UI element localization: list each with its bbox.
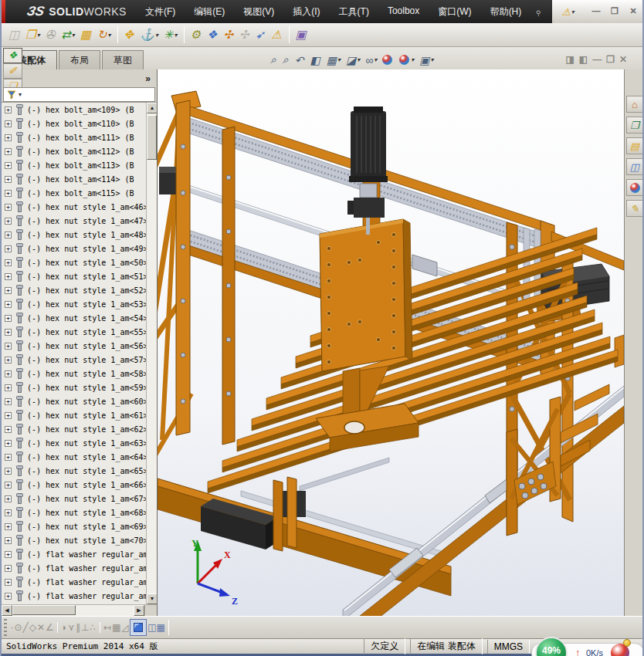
scroll-left-button[interactable]: ◀ <box>2 605 12 616</box>
tree-row[interactable]: + (-) hex nut style 1_am<60> (B <box>2 394 147 408</box>
expand-icon[interactable]: + <box>5 468 12 475</box>
tree-row[interactable]: + (-) hex nut style 1_am<61> (B <box>2 408 147 422</box>
snap-line-icon[interactable]: ╱ <box>23 622 29 633</box>
exploded-view-icon[interactable]: ✣ <box>221 26 236 43</box>
tree-row[interactable]: + (-) flat washer regular_am< <box>2 547 147 561</box>
open-part-icon[interactable]: ❒▾ <box>23 26 42 43</box>
zoom-area-icon[interactable]: ⌕ <box>281 52 291 67</box>
featuremanager-tab[interactable]: ❖ <box>3 48 22 63</box>
separator[interactable] <box>100 622 100 633</box>
view-orientation-icon[interactable]: ▦▾ <box>325 53 342 67</box>
expand-icon[interactable]: + <box>5 232 12 238</box>
viewport-single-icon[interactable]: ◫ <box>147 622 156 633</box>
hide-show-items-icon[interactable]: ∞▾ <box>364 53 378 67</box>
task-home-icon[interactable]: ⌂ <box>626 96 644 113</box>
move-component-icon[interactable]: ✥ <box>122 26 137 43</box>
restore-button[interactable]: ❐ <box>607 5 622 18</box>
tree-row[interactable]: + (-) hex nut style 1_am<64> (B <box>2 450 147 464</box>
rotate-component-icon[interactable]: ↻▾ <box>95 26 114 43</box>
angle-snap-icon[interactable]: ◿ <box>121 622 128 633</box>
tree-row[interactable]: + (-) hex nut style 1_am<54> (B <box>2 311 147 325</box>
expand-icon[interactable]: + <box>5 593 12 600</box>
menu-item[interactable]: 窗口(W) <box>430 2 479 22</box>
tree-row[interactable]: + (-) hex nut style 1_am<55> (B <box>2 325 147 339</box>
tree-row[interactable]: + (-) hex nut style 1_am<62> (B <box>2 422 147 436</box>
toolbar-grip[interactable] <box>4 619 7 636</box>
expand-icon[interactable]: + <box>5 134 12 141</box>
section-view-icon[interactable]: ◧ <box>308 53 322 67</box>
expand-icon[interactable]: + <box>5 218 12 225</box>
separator[interactable] <box>289 26 290 43</box>
tree-vertical-scrollbar[interactable]: ▲ ▼ <box>146 103 157 604</box>
snap-perpendicular-icon[interactable]: ⊥ <box>81 622 89 633</box>
view-settings-icon[interactable]: ▣▾ <box>418 53 435 67</box>
expand-icon[interactable]: + <box>5 412 12 419</box>
viewport-grid-icon[interactable]: ▦ <box>156 622 164 633</box>
expand-icon[interactable]: + <box>5 245 12 252</box>
tree-row[interactable]: + (-) hex bolt_am<114> (B <box>2 172 147 186</box>
separator[interactable] <box>117 26 118 43</box>
panel-expand-chevron[interactable]: » <box>145 73 155 84</box>
overlay-app-icon[interactable] <box>611 644 629 656</box>
expand-icon[interactable]: + <box>5 523 12 530</box>
tree-row[interactable]: + (-) hex nut style 1_am<52> (B <box>2 283 147 297</box>
expand-icon[interactable]: + <box>5 259 12 266</box>
tree-row[interactable]: + (-) flat washer regular_am< <box>2 561 147 575</box>
tree-horizontal-scrollbar[interactable]: ◀ ▶ <box>2 604 157 616</box>
new-window-icon[interactable]: ❖ <box>205 26 220 43</box>
scroll-right-button[interactable]: ▶ <box>134 605 144 616</box>
attach-icon[interactable]: ✇ <box>43 26 59 43</box>
tree-row[interactable]: + (-) hex nut style 1_am<50> (B <box>2 255 147 269</box>
expand-icon[interactable]: + <box>5 426 12 433</box>
expand-icon[interactable]: + <box>5 315 12 322</box>
tree-row[interactable]: + (-) flat washer regular_am< <box>2 575 147 589</box>
tab-sketch[interactable]: 草图 <box>102 50 144 69</box>
menu-item[interactable]: 帮助(H) <box>483 2 530 22</box>
doc-minimize-icon[interactable]: — <box>592 54 602 65</box>
graphics-viewport[interactable]: Y X Z <box>158 69 624 616</box>
tree-row[interactable]: + (-) hex nut style 1_am<63> (B <box>2 436 147 450</box>
zoom-fit-icon[interactable]: ⌕ <box>269 52 279 67</box>
options-icon[interactable]: ⚠▾ <box>558 4 578 20</box>
expand-icon[interactable]: + <box>5 509 12 516</box>
snap-polygon-icon[interactable]: ◇ <box>29 622 36 633</box>
tree-row[interactable]: + (-) hex bolt_am<110> (B <box>2 117 147 130</box>
pane-left-icon[interactable]: ◨ <box>565 54 574 65</box>
expand-icon[interactable]: + <box>5 162 12 169</box>
apply-scene-icon[interactable]: ▾ <box>398 54 415 66</box>
expand-icon[interactable]: + <box>5 454 12 461</box>
expand-icon[interactable]: + <box>5 482 12 489</box>
expand-icon[interactable]: + <box>5 329 12 336</box>
edit-appearance-icon[interactable] <box>381 54 395 66</box>
assembly-model[interactable]: Y X Z <box>158 69 624 616</box>
image-icon[interactable]: ▣ <box>293 26 310 43</box>
expand-icon[interactable]: + <box>5 176 12 183</box>
speed-overlay-widget[interactable]: 49% ↑ 0K/s <box>531 643 644 656</box>
assembly-features-icon[interactable]: ⚙ <box>188 26 204 43</box>
units-button[interactable]: MMGS <box>487 640 530 654</box>
expand-icon[interactable]: + <box>5 343 12 350</box>
expand-icon[interactable]: + <box>5 204 12 211</box>
scroll-up-button[interactable]: ▲ <box>147 103 157 113</box>
tree-row[interactable]: + (-) hex bolt_am<112> (B <box>2 144 147 158</box>
scroll-thumb[interactable] <box>147 115 157 160</box>
expand-icon[interactable]: + <box>5 301 12 308</box>
expand-icon[interactable]: + <box>5 565 12 572</box>
snap-tangent-icon[interactable]: ◗ <box>62 622 67 633</box>
expand-icon[interactable]: + <box>5 440 12 447</box>
tree-row[interactable]: + (-) hex nut style 1_am<69> (B <box>2 519 147 533</box>
scroll-thumb[interactable] <box>12 605 76 615</box>
smart-fastener-icon[interactable]: ✳▾ <box>161 26 180 43</box>
mate-icon[interactable]: ⚓▾ <box>137 26 161 43</box>
expand-icon[interactable]: + <box>5 287 12 294</box>
tree-row[interactable]: + (-) hex nut style 1_am<67> (B <box>2 492 147 506</box>
tree-row[interactable]: + (-) hex nut style 1_am<58> (B <box>2 367 147 380</box>
tree-filter[interactable]: ▾ <box>3 87 155 102</box>
expand-icon[interactable]: + <box>5 107 12 113</box>
expand-icon[interactable]: + <box>5 537 12 544</box>
custom-properties-icon[interactable]: ✎ <box>626 200 644 217</box>
snap-point-icon[interactable]: · <box>11 622 14 633</box>
dimension-snap-icon[interactable]: ↤ <box>103 622 111 633</box>
menu-item[interactable]: 工具(T) <box>331 2 377 22</box>
menu-item[interactable]: 文件(F) <box>137 2 183 22</box>
